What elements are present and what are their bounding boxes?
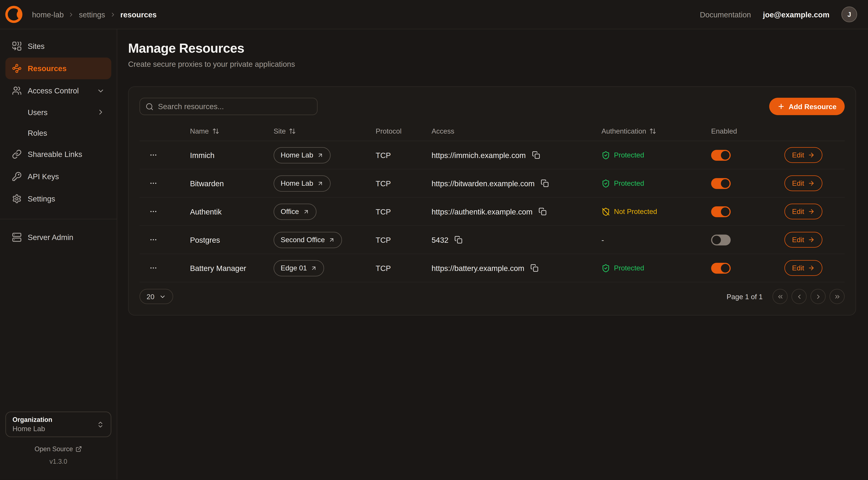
page-size-select[interactable]: 20 xyxy=(140,289,173,304)
next-page-button[interactable] xyxy=(810,289,826,304)
pangolin-logo[interactable] xyxy=(4,5,23,24)
ellipsis-icon xyxy=(149,207,157,216)
pager-controls: Page 1 of 1 xyxy=(727,289,845,304)
arrow-right-icon xyxy=(808,151,815,158)
edit-label: Edit xyxy=(792,264,804,272)
link-icon xyxy=(12,149,22,159)
arrow-right-icon xyxy=(808,180,815,187)
last-page-button[interactable] xyxy=(830,289,845,304)
edit-label: Edit xyxy=(792,236,804,244)
sidebar-nav: Sites Resources Access Control xyxy=(5,35,111,248)
enabled-toggle[interactable] xyxy=(711,234,731,245)
table-row: Battery Manager Edge 01 TCP https://batt… xyxy=(140,254,845,282)
server-icon xyxy=(12,232,22,242)
sort-icon xyxy=(289,128,296,134)
sidebar-item-server-admin[interactable]: Server Admin xyxy=(5,227,111,248)
org-selector-value: Home Lab xyxy=(12,425,52,433)
sidebar-item-api-keys[interactable]: API Keys xyxy=(5,166,111,187)
site-name: Office xyxy=(281,207,299,216)
authentication-label: Protected xyxy=(614,151,644,159)
sidebar-item-settings[interactable]: Settings xyxy=(5,188,111,210)
enabled-toggle[interactable] xyxy=(711,206,731,217)
sidebar-item-label: API Keys xyxy=(28,172,59,181)
arrow-up-right-icon xyxy=(317,152,323,158)
copy-icon[interactable] xyxy=(531,150,541,160)
access-value: https://bitwarden.example.com xyxy=(432,179,535,188)
first-page-button[interactable] xyxy=(772,289,788,304)
table-row: Postgres Second Office TCP 5432 - xyxy=(140,226,845,254)
resource-name: Postgres xyxy=(190,236,274,244)
site-link-badge[interactable]: Office xyxy=(274,204,316,220)
enabled-toggle[interactable] xyxy=(711,150,731,160)
column-header-name[interactable]: Name xyxy=(190,127,274,135)
sidebar-item-shareable-links[interactable]: Shareable Links xyxy=(5,143,111,165)
row-menu-button[interactable] xyxy=(147,262,160,274)
row-menu-button[interactable] xyxy=(147,205,160,218)
site-name: Edge 01 xyxy=(281,264,307,272)
sidebar-item-access-control[interactable]: Access Control xyxy=(5,80,111,101)
copy-icon[interactable] xyxy=(539,178,550,188)
authentication-status: Protected xyxy=(601,264,711,272)
copy-icon[interactable] xyxy=(529,263,539,273)
key-icon xyxy=(12,172,22,181)
open-source-link[interactable]: Open Source xyxy=(5,445,111,453)
external-link-icon xyxy=(75,446,82,452)
column-header-authentication[interactable]: Authentication xyxy=(601,127,711,135)
ellipsis-icon xyxy=(149,264,157,272)
site-link-badge[interactable]: Edge 01 xyxy=(274,260,324,276)
add-resource-button[interactable]: Add Resource xyxy=(769,98,845,115)
user-email[interactable]: joe@example.com xyxy=(763,10,830,19)
shell: Sites Resources Access Control xyxy=(0,29,868,479)
sidebar-item-label: Server Admin xyxy=(28,233,73,242)
arrow-up-right-icon xyxy=(317,180,323,187)
org-selector[interactable]: Organization Home Lab xyxy=(5,412,111,437)
topbar: home-lab settings resources Documentatio… xyxy=(0,0,868,29)
enabled-toggle[interactable] xyxy=(711,178,731,189)
breadcrumb-settings[interactable]: settings xyxy=(79,10,105,19)
row-menu-button[interactable] xyxy=(147,234,160,246)
table-body: Immich Home Lab TCP https://immich.examp… xyxy=(140,141,845,282)
sidebar-item-sites[interactable]: Sites xyxy=(5,35,111,57)
site-link-badge[interactable]: Home Lab xyxy=(274,147,331,163)
sidebar-item-users[interactable]: Users xyxy=(5,102,111,122)
chevrons-right-icon xyxy=(834,293,841,300)
copy-icon[interactable] xyxy=(537,206,548,217)
row-menu-button[interactable] xyxy=(147,149,160,161)
site-link-badge[interactable]: Second Office xyxy=(274,232,342,248)
edit-button[interactable]: Edit xyxy=(784,175,823,191)
sidebar-item-label: Settings xyxy=(28,194,55,203)
sidebar-item-label: Roles xyxy=(28,128,47,137)
column-header-site[interactable]: Site xyxy=(274,127,376,135)
sites-icon xyxy=(12,41,22,51)
edit-button[interactable]: Edit xyxy=(784,260,823,276)
edit-button[interactable]: Edit xyxy=(784,204,823,219)
sidebar-divider xyxy=(0,219,117,219)
resource-name: Immich xyxy=(190,151,274,159)
shield-check-icon xyxy=(601,179,610,188)
row-menu-button[interactable] xyxy=(147,177,160,189)
arrow-up-right-icon xyxy=(303,208,309,215)
breadcrumb-org[interactable]: home-lab xyxy=(32,10,64,19)
edit-button[interactable]: Edit xyxy=(784,147,823,163)
site-name: Second Office xyxy=(281,236,325,244)
app-window: home-lab settings resources Documentatio… xyxy=(0,0,868,480)
copy-icon[interactable] xyxy=(453,235,464,245)
add-resource-label: Add Resource xyxy=(789,102,837,111)
sidebar-item-roles[interactable]: Roles xyxy=(5,123,111,143)
site-link-badge[interactable]: Home Lab xyxy=(274,175,331,191)
sidebar-item-label: Users xyxy=(28,108,48,117)
protocol-value: TCP xyxy=(376,179,432,188)
table-row: Bitwarden Home Lab TCP https://bitwarden… xyxy=(140,170,845,198)
search-icon xyxy=(146,102,154,111)
topbar-right: Documentation joe@example.com J xyxy=(700,6,857,22)
column-header-enabled: Enabled xyxy=(711,127,784,135)
access-value: https://immich.example.com xyxy=(432,151,526,159)
edit-button[interactable]: Edit xyxy=(784,232,823,248)
avatar[interactable]: J xyxy=(841,6,857,22)
documentation-link[interactable]: Documentation xyxy=(700,10,751,19)
breadcrumb-resources: resources xyxy=(120,10,157,19)
search-input[interactable] xyxy=(158,102,312,111)
sidebar-item-resources[interactable]: Resources xyxy=(5,58,111,79)
previous-page-button[interactable] xyxy=(792,289,807,304)
enabled-toggle[interactable] xyxy=(711,263,731,273)
